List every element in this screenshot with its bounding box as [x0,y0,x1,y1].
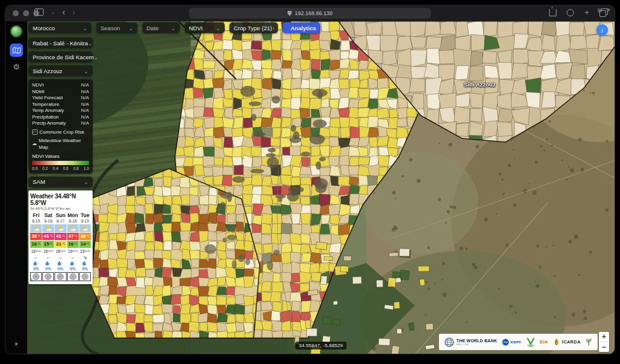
icarda-text: ICARDA [562,339,581,345]
weather-condition-icon [30,224,42,232]
close-window-button[interactable] [13,10,19,16]
forward-button[interactable]: › [72,8,75,16]
ndvi-tick: 0.8 [73,166,79,171]
weather-precip-amount: - [79,261,91,266]
sam-dropdown[interactable]: SAM [28,177,93,187]
stat-value: N/A [81,95,89,102]
raindrop-icon [58,261,61,265]
share-icon[interactable] [549,9,556,16]
weather-day-name: Fri [30,212,42,218]
season-dropdown[interactable]: Season [96,22,137,33]
weather-day-name: Tue [79,212,91,218]
address-bar[interactable]: 192.168.86.130 [189,8,431,19]
stat-value: N/A [81,102,89,108]
icarda-logo: ICARDA [553,338,581,346]
weather-precip-probability: 0% [30,267,42,271]
raindrop-icon [82,261,86,265]
province-dropdown[interactable]: Province de Sidi Kacem [28,51,93,62]
stat-row: NDMIN/A [32,89,89,96]
back-button[interactable]: ‹ [62,8,65,16]
chevron-down-icon [84,178,88,185]
stats-panel: NDVIN/ANDMIN/AYield ForecastN/ATemperatu… [28,79,93,174]
downloads-icon[interactable] [567,9,574,16]
privacy-shield-icon[interactable] [288,11,292,16]
weather-day-name: Sat [42,212,54,218]
weather-min-temp: 15°C [42,241,54,248]
commune-dropdown[interactable]: Sidi Azzouz [28,65,93,76]
left-panel: Rabat - Salé - Kénitra Province de Sidi … [28,37,93,284]
zoom-in-button[interactable]: + [599,332,609,342]
chevron-down-icon[interactable]: ⌄ [51,10,55,15]
weather-min-temp: 21°C [54,241,66,248]
region-dropdown[interactable]: Rabat - Salé - Kénitra [28,37,93,48]
weather-wind-speed: 18kmh [54,249,66,254]
date-dropdown[interactable]: Date [142,22,180,33]
weather-widget[interactable]: Weather 34.48°N 5.8°W 34.48°N 5.8°W 974m… [28,190,93,284]
sun-cloud-icon [45,225,52,232]
country-dropdown[interactable]: Morocco [28,22,91,33]
weather-day-date: 8-15 [30,219,42,224]
weather-precip-amount: - [30,261,42,266]
cloud-icon: ☁ [32,141,37,146]
app-logo[interactable] [10,25,22,37]
attribution-bar: THE WORLD BANK IBRD • IDA KWPF EiA [439,334,598,350]
stat-label: NDMI [32,89,44,96]
weather-day-name: Sun [54,212,66,218]
settings-gear-icon[interactable]: ⚙ [5,62,27,71]
stat-row: Temp AnomalyN/A [32,108,89,114]
map-icon [13,47,21,54]
weather-grid: FriSatSunMonTue8-158-168-178-188-1938°C4… [30,212,91,281]
cursor-coordinates: 34.55847, -5.88529 [295,342,347,349]
ndvi-gradient-bar [32,161,89,165]
app-root: ⚙ ☀ Morocco Season Date NDVI C [5,21,615,354]
chevron-down-icon [82,25,87,31]
weather-precip-amount: - [42,261,54,266]
theme-sun-icon[interactable]: ☀ [5,340,27,348]
stats-rows: NDVIN/ANDMIN/AYield ForecastN/ATemperatu… [32,82,89,127]
index-dropdown[interactable]: NDVI [185,22,225,33]
minimize-window-button[interactable] [23,10,29,16]
weather-day-name: Mon [67,212,79,218]
crop-type-dropdown[interactable]: Crop Type (21) [229,22,278,33]
weather-day-date: 8-18 [67,219,79,224]
weather-condition-icon [54,224,66,232]
zoom-control: + − [599,332,609,352]
weather-max-temp: 28°C [79,233,91,240]
reload-icon[interactable]: ⟳ [605,7,610,13]
map-view-button[interactable] [10,44,23,57]
stat-row: PrecipitationN/A [32,114,89,121]
sun-cloud-icon [81,225,88,232]
weather-wind-speed: 19kmh [67,249,79,254]
weather-wind-direction-icon: ← [54,255,66,260]
kwpf-icon [502,339,509,346]
tabs-overview-icon[interactable] [599,10,606,17]
top-toolbar: Morocco Season Date NDVI Crop Type (21) [28,22,320,33]
browser-titlebar: ⌄ ‹ › 192.168.86.130 ▤ ⟳ + [5,5,615,22]
stat-label: Temperature [32,102,59,108]
zoom-out-button[interactable]: − [599,342,609,352]
sun-cloud-icon [33,225,40,232]
weather-max-temp: 37°C [67,233,79,240]
info-button[interactable]: i [596,24,608,36]
weather-predictability-icon [67,272,79,281]
weather-precip-probability: 0% [67,267,79,271]
new-tab-icon[interactable]: + [584,9,589,16]
weather-predictability-icon [30,272,42,281]
raindrop-icon [70,261,74,265]
analytics-button[interactable]: Analytics [283,22,320,33]
weather-min-temp: 14°C [79,241,91,248]
sidebar-toggle-icon[interactable] [35,8,44,16]
commune-crop-risk-toggle[interactable]: Commune Crop Risk [32,129,89,135]
ndvi-tick: 0.4 [53,166,58,171]
weather-precip-amount: - [67,261,79,266]
stat-label: Precipitation [32,114,59,121]
ndvi-legend-title: NDVI Values [32,154,89,159]
chevron-down-icon [94,54,99,60]
green-ministry-logo [526,337,535,347]
checkbox-icon[interactable] [32,129,38,135]
weather-max-temp: 38°C [30,233,42,240]
map-canvas[interactable]: Morocco Season Date NDVI Crop Type (21) [27,21,615,354]
sun-cloud-icon [57,225,64,232]
meteoblue-weather-map-toggle[interactable]: ☁ Meteoblue Weather Map [32,137,89,151]
raindrop-icon [45,261,49,265]
